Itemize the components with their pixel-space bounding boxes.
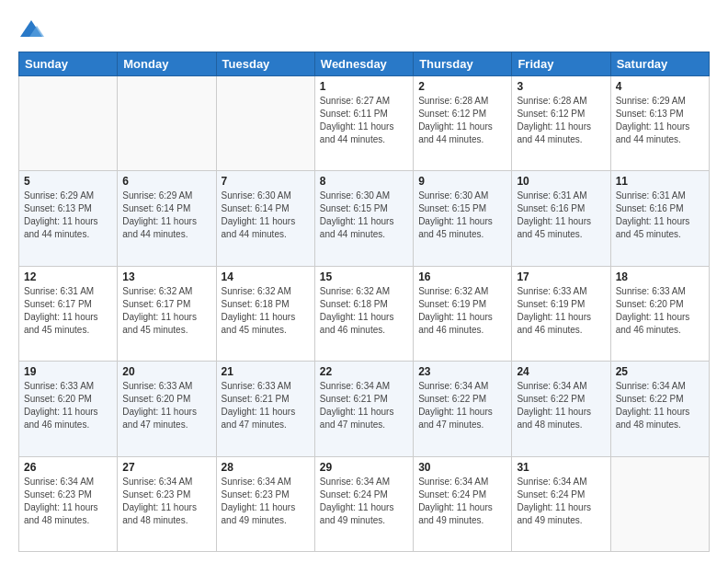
logo-icon — [18, 17, 44, 42]
day-number: 8 — [320, 175, 408, 188]
col-header-saturday: Saturday — [610, 52, 709, 76]
col-header-sunday: Sunday — [19, 52, 118, 76]
day-number: 3 — [517, 80, 605, 93]
calendar-cell — [19, 76, 118, 171]
day-info: Sunrise: 6:34 AMSunset: 6:22 PMDaylight:… — [517, 380, 605, 431]
day-info: Sunrise: 6:33 AMSunset: 6:19 PMDaylight:… — [517, 285, 605, 337]
col-header-tuesday: Tuesday — [216, 52, 314, 76]
day-info: Sunrise: 6:34 AMSunset: 6:24 PMDaylight:… — [517, 476, 605, 527]
day-info: Sunrise: 6:34 AMSunset: 6:23 PMDaylight:… — [24, 476, 112, 527]
day-number: 15 — [320, 270, 408, 283]
calendar-cell: 5Sunrise: 6:29 AMSunset: 6:13 PMDaylight… — [19, 171, 118, 266]
day-info: Sunrise: 6:30 AMSunset: 6:15 PMDaylight:… — [320, 190, 408, 241]
day-info: Sunrise: 6:29 AMSunset: 6:14 PMDaylight:… — [122, 190, 210, 241]
day-number: 1 — [320, 80, 408, 93]
day-number: 12 — [24, 270, 112, 283]
calendar-cell — [610, 456, 709, 551]
calendar-cell: 16Sunrise: 6:32 AMSunset: 6:19 PMDayligh… — [414, 266, 512, 361]
logo — [18, 17, 48, 42]
header — [18, 17, 710, 42]
day-info: Sunrise: 6:34 AMSunset: 6:22 PMDaylight:… — [418, 380, 506, 431]
day-info: Sunrise: 6:31 AMSunset: 6:16 PMDaylight:… — [616, 190, 704, 241]
day-number: 22 — [320, 365, 408, 378]
calendar-cell: 24Sunrise: 6:34 AMSunset: 6:22 PMDayligh… — [512, 362, 610, 456]
calendar-cell: 23Sunrise: 6:34 AMSunset: 6:22 PMDayligh… — [414, 362, 512, 456]
calendar-cell: 28Sunrise: 6:34 AMSunset: 6:23 PMDayligh… — [216, 456, 314, 551]
day-number: 29 — [320, 461, 408, 474]
col-header-thursday: Thursday — [414, 52, 512, 76]
calendar-week-4: 26Sunrise: 6:34 AMSunset: 6:23 PMDayligh… — [19, 456, 710, 551]
calendar-cell: 11Sunrise: 6:31 AMSunset: 6:16 PMDayligh… — [610, 171, 709, 266]
calendar-cell — [118, 76, 216, 171]
calendar-cell: 22Sunrise: 6:34 AMSunset: 6:21 PMDayligh… — [314, 362, 413, 456]
day-number: 7 — [222, 175, 310, 188]
calendar-cell: 6Sunrise: 6:29 AMSunset: 6:14 PMDaylight… — [118, 171, 216, 266]
day-number: 25 — [616, 365, 704, 378]
calendar-cell — [216, 76, 314, 171]
calendar-cell: 15Sunrise: 6:32 AMSunset: 6:18 PMDayligh… — [314, 266, 413, 361]
day-info: Sunrise: 6:31 AMSunset: 6:16 PMDaylight:… — [517, 190, 605, 241]
calendar-cell: 13Sunrise: 6:32 AMSunset: 6:17 PMDayligh… — [118, 266, 216, 361]
page: SundayMondayTuesdayWednesdayThursdayFrid… — [0, 0, 728, 563]
calendar-cell: 25Sunrise: 6:34 AMSunset: 6:22 PMDayligh… — [610, 362, 709, 456]
day-number: 2 — [418, 80, 506, 93]
day-info: Sunrise: 6:33 AMSunset: 6:21 PMDaylight:… — [222, 380, 310, 431]
col-header-friday: Friday — [512, 52, 610, 76]
day-number: 14 — [222, 270, 310, 283]
day-info: Sunrise: 6:34 AMSunset: 6:24 PMDaylight:… — [418, 476, 506, 527]
day-number: 16 — [418, 270, 506, 283]
day-number: 30 — [418, 461, 506, 474]
day-number: 21 — [222, 365, 310, 378]
calendar-cell: 26Sunrise: 6:34 AMSunset: 6:23 PMDayligh… — [19, 456, 118, 551]
day-info: Sunrise: 6:34 AMSunset: 6:21 PMDaylight:… — [320, 380, 408, 431]
calendar-cell: 30Sunrise: 6:34 AMSunset: 6:24 PMDayligh… — [414, 456, 512, 551]
day-number: 10 — [517, 175, 605, 188]
day-number: 27 — [122, 461, 210, 474]
col-header-monday: Monday — [118, 52, 216, 76]
calendar-cell: 3Sunrise: 6:28 AMSunset: 6:12 PMDaylight… — [512, 76, 610, 171]
calendar-cell: 18Sunrise: 6:33 AMSunset: 6:20 PMDayligh… — [610, 266, 709, 361]
day-number: 18 — [616, 270, 704, 283]
calendar-cell: 27Sunrise: 6:34 AMSunset: 6:23 PMDayligh… — [118, 456, 216, 551]
day-info: Sunrise: 6:33 AMSunset: 6:20 PMDaylight:… — [122, 380, 210, 431]
calendar-table: SundayMondayTuesdayWednesdayThursdayFrid… — [18, 52, 710, 552]
calendar-cell: 12Sunrise: 6:31 AMSunset: 6:17 PMDayligh… — [19, 266, 118, 361]
day-number: 19 — [24, 365, 112, 378]
calendar-cell: 29Sunrise: 6:34 AMSunset: 6:24 PMDayligh… — [314, 456, 413, 551]
calendar-cell: 14Sunrise: 6:32 AMSunset: 6:18 PMDayligh… — [216, 266, 314, 361]
calendar-cell: 8Sunrise: 6:30 AMSunset: 6:15 PMDaylight… — [314, 171, 413, 266]
calendar-cell: 20Sunrise: 6:33 AMSunset: 6:20 PMDayligh… — [118, 362, 216, 456]
day-number: 11 — [616, 175, 704, 188]
calendar-week-1: 5Sunrise: 6:29 AMSunset: 6:13 PMDaylight… — [19, 171, 710, 266]
day-info: Sunrise: 6:32 AMSunset: 6:18 PMDaylight:… — [222, 285, 310, 337]
day-info: Sunrise: 6:33 AMSunset: 6:20 PMDaylight:… — [24, 380, 112, 431]
calendar-cell: 2Sunrise: 6:28 AMSunset: 6:12 PMDaylight… — [414, 76, 512, 171]
day-info: Sunrise: 6:29 AMSunset: 6:13 PMDaylight:… — [616, 95, 704, 146]
calendar-week-3: 19Sunrise: 6:33 AMSunset: 6:20 PMDayligh… — [19, 362, 710, 456]
calendar-cell: 4Sunrise: 6:29 AMSunset: 6:13 PMDaylight… — [610, 76, 709, 171]
day-info: Sunrise: 6:28 AMSunset: 6:12 PMDaylight:… — [418, 95, 506, 146]
day-info: Sunrise: 6:27 AMSunset: 6:11 PMDaylight:… — [320, 95, 408, 146]
calendar-cell: 1Sunrise: 6:27 AMSunset: 6:11 PMDaylight… — [314, 76, 413, 171]
day-number: 5 — [24, 175, 112, 188]
day-info: Sunrise: 6:30 AMSunset: 6:15 PMDaylight:… — [418, 190, 506, 241]
calendar-cell: 7Sunrise: 6:30 AMSunset: 6:14 PMDaylight… — [216, 171, 314, 266]
day-info: Sunrise: 6:28 AMSunset: 6:12 PMDaylight:… — [517, 95, 605, 146]
day-info: Sunrise: 6:32 AMSunset: 6:19 PMDaylight:… — [418, 285, 506, 337]
day-number: 31 — [517, 461, 605, 474]
calendar-cell: 9Sunrise: 6:30 AMSunset: 6:15 PMDaylight… — [414, 171, 512, 266]
calendar-cell: 31Sunrise: 6:34 AMSunset: 6:24 PMDayligh… — [512, 456, 610, 551]
day-number: 28 — [222, 461, 310, 474]
day-number: 6 — [122, 175, 210, 188]
calendar-week-0: 1Sunrise: 6:27 AMSunset: 6:11 PMDaylight… — [19, 76, 710, 171]
day-info: Sunrise: 6:32 AMSunset: 6:17 PMDaylight:… — [122, 285, 210, 337]
day-info: Sunrise: 6:33 AMSunset: 6:20 PMDaylight:… — [616, 285, 704, 337]
calendar-cell: 19Sunrise: 6:33 AMSunset: 6:20 PMDayligh… — [19, 362, 118, 456]
day-info: Sunrise: 6:31 AMSunset: 6:17 PMDaylight:… — [24, 285, 112, 337]
day-info: Sunrise: 6:34 AMSunset: 6:22 PMDaylight:… — [616, 380, 704, 431]
col-header-wednesday: Wednesday — [314, 52, 413, 76]
calendar-cell: 10Sunrise: 6:31 AMSunset: 6:16 PMDayligh… — [512, 171, 610, 266]
day-number: 4 — [616, 80, 704, 93]
day-number: 20 — [122, 365, 210, 378]
calendar-cell: 21Sunrise: 6:33 AMSunset: 6:21 PMDayligh… — [216, 362, 314, 456]
